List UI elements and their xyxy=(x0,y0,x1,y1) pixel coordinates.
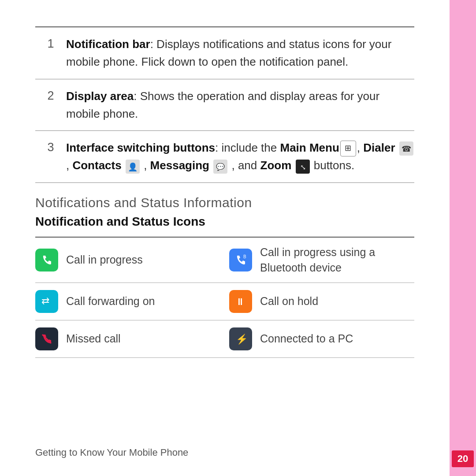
svg-text:⏸: ⏸ xyxy=(235,296,245,307)
missed-call-label: Missed call xyxy=(66,331,121,346)
bold-term: Display area xyxy=(66,89,134,103)
bold-term: Main Menu xyxy=(280,141,339,154)
call-in-progress-icon xyxy=(35,249,58,271)
svg-text:☎: ☎ xyxy=(402,145,411,153)
call-in-progress-label: Call in progress xyxy=(66,252,143,268)
zoom-icon: ⤡ xyxy=(296,160,310,174)
svg-text:⚡: ⚡ xyxy=(236,333,248,345)
bold-term: Contacts xyxy=(72,159,121,172)
bold-term: Zoom xyxy=(260,159,292,172)
page-number: 20 xyxy=(452,450,474,467)
missed-call-icon xyxy=(35,327,58,350)
row-number: 3 xyxy=(35,139,66,175)
status-row: Missed call ⚡ Connected to a PC xyxy=(35,320,414,358)
bluetooth-call-icon: B xyxy=(229,249,252,271)
numbered-table: 1 Notification bar: Displays notificatio… xyxy=(35,26,414,183)
svg-text:⇄: ⇄ xyxy=(41,295,49,306)
status-col-right: ⏸ Call on hold xyxy=(220,290,414,313)
call-forwarding-label: Call forwarding on xyxy=(66,294,155,309)
call-on-hold-icon: ⏸ xyxy=(229,290,252,313)
status-row: Call in progress B Call in progress usin… xyxy=(35,238,414,283)
status-col-left: ⇄ Call forwarding on xyxy=(35,290,220,313)
bold-term: Messaging xyxy=(150,159,209,172)
status-col-left: Call in progress xyxy=(35,245,220,275)
row-number: 2 xyxy=(35,87,66,123)
dialer-icon: ☎ xyxy=(399,141,413,156)
status-col-right: ⚡ Connected to a PC xyxy=(220,327,414,350)
bold-term: Notification bar xyxy=(66,37,150,51)
table-row: 1 Notification bar: Displays notificatio… xyxy=(35,27,414,79)
row-number: 1 xyxy=(35,35,66,71)
table-row: 3 Interface switching buttons: include t… xyxy=(35,131,414,183)
messaging-icon: 💬 xyxy=(213,160,227,174)
svg-line-11 xyxy=(42,335,51,343)
status-row: ⇄ Call forwarding on ⏸ Call on hold xyxy=(35,283,414,320)
row-description: Display area: Shows the operation and di… xyxy=(66,87,414,123)
main-content: 1 Notification bar: Displays notificatio… xyxy=(0,0,450,476)
bluetooth-call-label: Call in progress using a Bluetooth devic… xyxy=(260,245,414,275)
bold-term: Dialer xyxy=(363,141,395,154)
footer-text: Getting to Know Your Mobile Phone xyxy=(35,440,414,458)
row-description: Notification bar: Displays notifications… xyxy=(66,35,414,71)
section-subtitle: Notification and Status Icons xyxy=(35,215,414,229)
section-title: Notifications and Status Information xyxy=(35,195,414,210)
table-row: 2 Display area: Shows the operation and … xyxy=(35,79,414,131)
svg-text:B: B xyxy=(243,254,246,259)
row-description: Interface switching buttons: include the… xyxy=(66,139,414,175)
connected-pc-icon: ⚡ xyxy=(229,327,252,350)
status-col-right: B Call in progress using a Bluetooth dev… xyxy=(220,245,414,275)
call-on-hold-label: Call on hold xyxy=(260,294,318,309)
contacts-icon: 👤 xyxy=(126,160,140,174)
status-table: Call in progress B Call in progress usin… xyxy=(35,237,414,358)
call-forwarding-icon: ⇄ xyxy=(35,290,58,313)
status-col-left: Missed call xyxy=(35,327,220,350)
pink-sidebar: 20 xyxy=(450,0,476,476)
bold-term: Interface switching buttons xyxy=(66,141,215,154)
main-menu-icon: ⊞ xyxy=(340,141,356,156)
svg-text:⤡: ⤡ xyxy=(300,164,305,171)
svg-text:💬: 💬 xyxy=(216,163,225,171)
connected-pc-label: Connected to a PC xyxy=(260,331,353,346)
svg-text:👤: 👤 xyxy=(128,162,138,172)
